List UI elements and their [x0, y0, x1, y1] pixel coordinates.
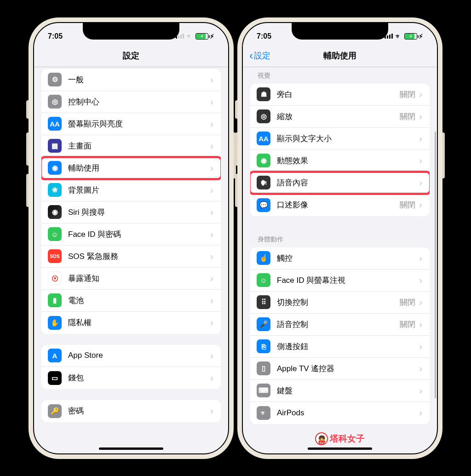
- motion-icon: ◉: [257, 154, 270, 167]
- notch: [292, 23, 388, 40]
- chevron-right-icon: ›: [210, 163, 213, 173]
- home-indicator[interactable]: [99, 447, 163, 450]
- chevron-right-icon: ›: [210, 373, 213, 383]
- general-label: 一般: [68, 75, 210, 85]
- voice-control-label: 語音控制: [277, 319, 400, 330]
- status-time: 7:05: [48, 32, 63, 40]
- screen-accessibility: 7:05 ᯤ ⚡︎ ⚡︎ ‹設定 輔助使用 視覺☗旁白關閉›◎縮放關閉›AA顯示…: [242, 22, 438, 454]
- row-passwords[interactable]: 🔑密碼›: [41, 400, 221, 422]
- row-wallet[interactable]: ▭錢包›: [41, 367, 221, 389]
- row-zoom[interactable]: ◎縮放關閉›: [250, 106, 430, 128]
- accessibility-label: 輔助使用: [68, 163, 210, 173]
- row-sos[interactable]: SOSSOS 緊急服務›: [41, 246, 221, 268]
- status-icons: ᯤ ⚡︎ ⚡︎: [385, 32, 423, 40]
- watermark-avatar: 👧ec: [315, 432, 328, 445]
- row-airpods[interactable]: ᯤAirPods›: [250, 402, 430, 424]
- battery-icon: ⚡︎: [195, 33, 208, 40]
- row-apple-tv-remote[interactable]: ▯Apple TV 遙控器›: [250, 358, 430, 380]
- row-voiceover[interactable]: ☗旁白關閉›: [250, 84, 430, 106]
- back-button[interactable]: ‹設定: [249, 50, 270, 61]
- chevron-right-icon: ›: [210, 75, 213, 85]
- chevron-right-icon: ›: [210, 229, 213, 240]
- accessibility-icon: ◉: [48, 161, 62, 175]
- airpods-icon: ᯤ: [257, 406, 270, 420]
- privacy-icon: ✋: [48, 316, 62, 330]
- display-text-size-icon: AA: [257, 132, 270, 145]
- row-faceid-attention[interactable]: ☺︎Face ID 與螢幕注視›: [250, 270, 430, 292]
- switch-control-value: 關閉: [400, 297, 415, 308]
- page-title: 輔助使用: [323, 50, 356, 61]
- row-audio-descriptions[interactable]: 💬口述影像關閉›: [250, 194, 430, 216]
- chevron-right-icon: ›: [210, 251, 213, 262]
- row-keyboards[interactable]: ⌨鍵盤›: [250, 380, 430, 402]
- row-faceid-passcode[interactable]: ☺︎Face ID 與密碼›: [41, 224, 221, 246]
- back-label: 設定: [254, 50, 270, 61]
- sos-label: SOS 緊急服務: [68, 251, 210, 262]
- chevron-right-icon: ›: [210, 141, 213, 151]
- chevron-right-icon: ›: [210, 317, 213, 328]
- touch-label: 觸控: [277, 253, 419, 264]
- row-battery[interactable]: ▮電池›: [41, 290, 221, 312]
- battery-icon: ▮: [48, 293, 62, 307]
- control-center-label: 控制中心: [68, 97, 210, 107]
- chevron-right-icon: ›: [419, 155, 422, 166]
- app-store-label: App Store: [68, 351, 210, 360]
- wallet-label: 錢包: [68, 373, 210, 383]
- control-center-icon: ◎: [48, 95, 62, 109]
- switch-control-icon: ⠿: [257, 295, 270, 309]
- audio-descriptions-icon: 💬: [257, 198, 270, 212]
- sos-icon: SOS: [48, 249, 62, 263]
- row-wallpaper[interactable]: ❀背景圖片›: [41, 179, 221, 201]
- row-touch[interactable]: ☝觸控›: [250, 247, 430, 270]
- chevron-right-icon: ›: [419, 275, 422, 286]
- exposure-label: 暴露通知: [68, 273, 210, 284]
- passwords-label: 密碼: [68, 406, 210, 416]
- settings-group: 🔑密碼›: [41, 400, 221, 422]
- row-general[interactable]: ⚙︎一般›: [41, 69, 221, 91]
- home-indicator[interactable]: [308, 447, 372, 450]
- chevron-right-icon: ›: [210, 207, 213, 218]
- switch-control-label: 切換控制: [277, 297, 400, 308]
- settings-group: AApp Store›▭錢包›: [41, 345, 221, 389]
- row-siri-search[interactable]: ◉Siri 與搜尋›: [41, 201, 221, 224]
- siri-search-label: Siri 與搜尋: [68, 207, 210, 218]
- settings-list[interactable]: ⚙︎一般›◎控制中心›AA螢幕顯示與亮度›▦主畫面›◉輔助使用›❀背景圖片›◉S…: [34, 67, 228, 442]
- motion-label: 動態效果: [277, 155, 419, 166]
- display-text-size-label: 顯示與文字大小: [277, 133, 419, 144]
- row-accessibility[interactable]: ◉輔助使用›: [41, 157, 221, 179]
- row-side-button[interactable]: ⎘側邊按鈕›: [250, 336, 430, 358]
- status-icons: ᯤ ⚡︎ ⚡︎: [176, 32, 214, 40]
- zoom-label: 縮放: [277, 111, 400, 122]
- chevron-right-icon: ›: [210, 119, 213, 129]
- row-motion[interactable]: ◉動態效果›: [250, 150, 430, 172]
- chevron-right-icon: ›: [210, 185, 213, 195]
- row-voice-control[interactable]: 🎤語音控制關閉›: [250, 314, 430, 336]
- audio-descriptions-value: 關閉: [400, 200, 415, 210]
- nav-bar: ‹設定 輔助使用: [243, 45, 437, 67]
- battery-icon: ⚡︎: [404, 33, 417, 40]
- voice-control-icon: 🎤: [257, 317, 270, 331]
- row-switch-control[interactable]: ⠿切換控制關閉›: [250, 292, 430, 314]
- accessibility-list[interactable]: 視覺☗旁白關閉›◎縮放關閉›AA顯示與文字大小›◉動態效果›🗣語音內容›💬口述影…: [243, 67, 437, 442]
- accessibility-group: ☝觸控›☺︎Face ID 與螢幕注視›⠿切換控制關閉›🎤語音控制關閉›⎘側邊按…: [250, 247, 430, 424]
- row-exposure[interactable]: ⦿暴露通知›: [41, 268, 221, 290]
- watermark-text: 塔科女子: [330, 433, 365, 445]
- chevron-right-icon: ›: [210, 295, 213, 306]
- row-home-screen[interactable]: ▦主畫面›: [41, 135, 221, 157]
- voiceover-label: 旁白: [277, 89, 400, 100]
- row-display-text-size[interactable]: AA顯示與文字大小›: [250, 128, 430, 150]
- nav-bar: 設定: [34, 45, 228, 67]
- zoom-value: 關閉: [400, 111, 415, 122]
- faceid-passcode-label: Face ID 與密碼: [68, 229, 210, 240]
- phone-left: 7:05 ᯤ ⚡︎ ⚡︎ 設定 ⚙︎一般›◎控制中心›AA螢幕顯示與亮度›▦主畫…: [29, 17, 234, 459]
- row-display-brightness[interactable]: AA螢幕顯示與亮度›: [41, 113, 221, 135]
- row-privacy[interactable]: ✋隱私權›: [41, 312, 221, 334]
- scrollbar[interactable]: [435, 132, 436, 398]
- chevron-right-icon: ›: [210, 406, 213, 416]
- passwords-icon: 🔑: [48, 404, 62, 418]
- chevron-right-icon: ›: [419, 341, 422, 352]
- wallpaper-icon: ❀: [48, 183, 62, 197]
- row-control-center[interactable]: ◎控制中心›: [41, 91, 221, 113]
- row-spoken-content[interactable]: 🗣語音內容›: [250, 172, 430, 194]
- row-app-store[interactable]: AApp Store›: [41, 345, 221, 367]
